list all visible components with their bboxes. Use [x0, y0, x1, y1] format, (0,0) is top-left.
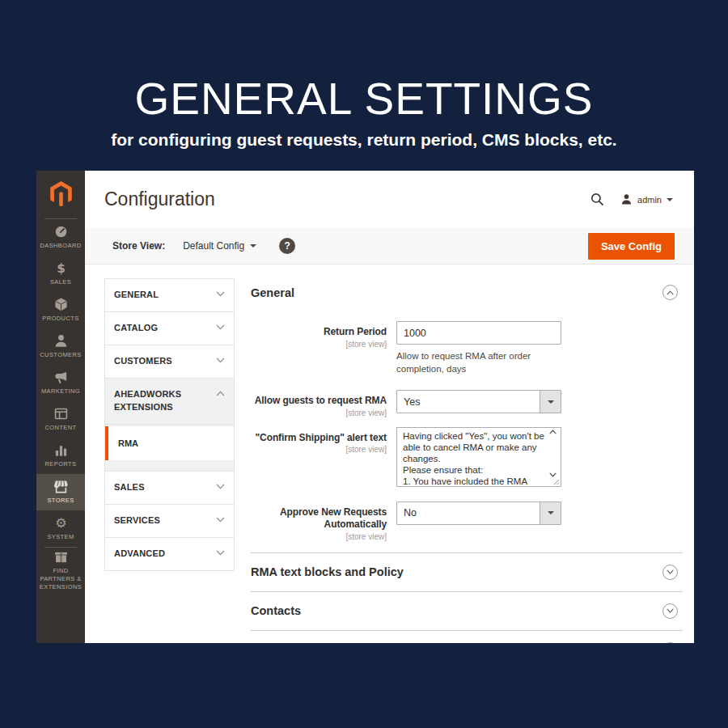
field-scope: [store view]	[251, 445, 387, 454]
sidebar-item-content[interactable]: CONTENT	[36, 401, 85, 438]
reports-chart-icon	[53, 442, 69, 458]
sidebar-item-label: SALES	[50, 278, 71, 286]
config-nav-label: CATALOG	[114, 322, 158, 335]
sidebar-item-marketing[interactable]: MARKETING	[36, 365, 85, 401]
confirm-shipping-textarea[interactable]: Having clicked "Yes", you won't be able …	[396, 427, 561, 487]
config-nav-label: SERVICES	[114, 514, 160, 527]
allow-guests-select[interactable]: Yes	[396, 390, 561, 413]
select-arrow-button[interactable]	[540, 391, 561, 413]
field-label: "Confirm Shipping" alert text	[251, 432, 387, 445]
sidebar-item-label: PRODUCTS	[42, 315, 78, 323]
select-arrow-button[interactable]	[540, 502, 561, 524]
chevron-down-icon	[250, 244, 256, 251]
field-label-col: Allow guests to request RMA [store view]	[251, 390, 396, 417]
sidebar-item-sales[interactable]: $ SALES	[36, 256, 85, 292]
config-nav-label: GENERAL	[114, 289, 159, 302]
store-view-switcher[interactable]: Default Config	[183, 240, 256, 252]
sidebar-item-reports[interactable]: REPORTS	[36, 438, 85, 474]
config-nav-services[interactable]: SERVICES	[105, 505, 234, 538]
sidebar-item-system[interactable]: ⚙ SYSTEM	[36, 510, 85, 547]
chevron-down-icon	[216, 291, 225, 297]
field-label: Return Period	[251, 326, 387, 339]
header-actions: admin	[590, 193, 673, 206]
config-nav-customers[interactable]: CUSTOMERS	[105, 345, 234, 379]
field-approve-automatically: Approve New Requests Automatically [stor…	[251, 502, 683, 541]
find-partners-package-icon	[53, 549, 69, 565]
admin-window: DASHBOARD $ SALES PRODUCTS CUSTOMERS	[36, 171, 694, 643]
expand-section-button[interactable]	[662, 603, 678, 619]
banner-title: GENERAL SETTINGS	[0, 76, 728, 123]
chevron-down-icon	[216, 324, 225, 330]
chevron-down-icon	[548, 511, 554, 518]
scroll-down-icon[interactable]	[549, 472, 557, 477]
section-rma-text-blocks[interactable]: RMA text blocks and Policy	[251, 552, 683, 591]
field-note: Allow to request RMA after order complet…	[396, 349, 561, 375]
field-return-period: Return Period [store view] Allow to requ…	[251, 321, 683, 375]
save-config-button[interactable]: Save Config	[588, 233, 675, 260]
sidebar-item-label: FIND PARTNERS & EXTENSIONS	[38, 567, 83, 591]
section-contacts[interactable]: Contacts	[251, 591, 683, 630]
select-value: No	[397, 502, 540, 524]
field-scope: [store view]	[251, 340, 387, 349]
stores-storefront-icon	[53, 479, 69, 494]
chevron-down-icon	[216, 517, 225, 523]
field-label-col: Approve New Requests Automatically [stor…	[251, 502, 396, 541]
magento-logo[interactable]	[50, 171, 72, 218]
resize-grip-icon[interactable]	[553, 479, 560, 485]
return-period-input[interactable]	[396, 321, 561, 345]
config-nav-label: CUSTOMERS	[114, 355, 172, 368]
sidebar-item-dashboard[interactable]: DASHBOARD	[36, 219, 85, 256]
svg-text:$: $	[57, 261, 66, 276]
sidebar-item-stores[interactable]: STORES	[36, 474, 85, 510]
config-section-nav: GENERAL CATALOG CUSTOMERS AHEADWORKS EXT…	[104, 278, 235, 571]
magento-logo-icon	[50, 181, 72, 206]
config-nav-catalog[interactable]: CATALOG	[105, 312, 234, 345]
section-title: RMA text blocks and Policy	[251, 565, 404, 578]
chevron-down-icon	[548, 400, 554, 407]
config-nav-label: SALES	[114, 481, 145, 494]
content-layout-icon	[53, 406, 69, 421]
search-icon[interactable]	[590, 193, 604, 206]
sidebar-item-customers[interactable]: CUSTOMERS	[36, 328, 85, 365]
chevron-up-icon	[216, 391, 225, 396]
field-control-col: Allow to request RMA after order complet…	[396, 321, 561, 375]
config-nav-general[interactable]: GENERAL	[105, 279, 234, 312]
products-box-icon	[53, 297, 69, 312]
field-allow-guests: Allow guests to request RMA [store view]…	[251, 390, 683, 417]
collapse-section-button[interactable]	[662, 285, 678, 300]
customers-person-icon	[53, 333, 69, 349]
sidebar-item-label: CONTENT	[44, 424, 76, 432]
textarea-text[interactable]: Having clicked "Yes", you won't be able …	[403, 430, 544, 485]
config-nav-aheadworks-extensions[interactable]: AHEADWORKS EXTENSIONS	[105, 379, 234, 425]
field-label-col: Return Period [store view]	[251, 321, 396, 375]
select-value: Yes	[397, 391, 540, 413]
approve-automatically-select[interactable]: No	[396, 502, 561, 525]
expand-section-button[interactable]	[662, 565, 678, 580]
field-control-col: Having clicked "Yes", you won't be able …	[396, 427, 561, 487]
admin-user-label: admin	[637, 195, 662, 205]
config-nav-sales[interactable]: SALES	[105, 472, 234, 505]
section-email-notifications[interactable]: Email Notifications	[251, 630, 683, 643]
content-row: GENERAL CATALOG CUSTOMERS AHEADWORKS EXT…	[85, 265, 694, 643]
sidebar-item-label: MARKETING	[41, 387, 80, 396]
field-label: Approve New Requests Automatically	[251, 506, 387, 531]
textarea-scrollbar[interactable]	[547, 430, 558, 477]
field-scope: [store view]	[251, 408, 387, 417]
admin-user-menu[interactable]: admin	[620, 193, 673, 205]
chevron-down-icon	[216, 358, 225, 363]
section-general-header[interactable]: General	[251, 278, 683, 300]
sidebar-item-products[interactable]: PRODUCTS	[36, 292, 85, 328]
sidebar-item-find-partners[interactable]: FIND PARTNERS & EXTENSIONS	[36, 548, 85, 593]
marketing-megaphone-icon	[53, 370, 69, 385]
collapse-section-button[interactable]	[662, 642, 678, 643]
help-icon[interactable]: ?	[279, 238, 295, 254]
config-form: General Return Period [store view] Allow…	[251, 278, 683, 643]
page-header: Configuration admin	[85, 171, 694, 228]
config-nav-advanced[interactable]: ADVANCED	[105, 538, 234, 570]
scroll-up-icon[interactable]	[549, 430, 557, 434]
main-menu-sidebar: DASHBOARD $ SALES PRODUCTS CUSTOMERS	[36, 171, 85, 643]
svg-text:⚙: ⚙	[55, 516, 66, 531]
config-nav-rma-active[interactable]: RMA	[105, 426, 234, 460]
banner: GENERAL SETTINGS for configuring guest r…	[0, 76, 728, 150]
main-content: Configuration admin Store View:	[85, 171, 694, 643]
